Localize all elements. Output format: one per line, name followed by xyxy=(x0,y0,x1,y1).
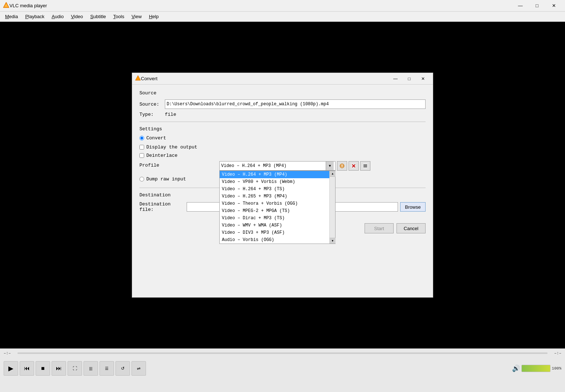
source-label: Source: xyxy=(139,102,165,107)
svg-rect-4 xyxy=(342,164,342,166)
profile-select-wrapper: Video – H.264 + MP3 (MP4) ▼ Video – H.26… xyxy=(219,161,336,171)
display-output-checkbox[interactable] xyxy=(139,145,144,150)
minimize-button[interactable]: — xyxy=(512,0,529,12)
seek-time-right: –:– xyxy=(550,351,561,355)
cancel-button[interactable]: Cancel xyxy=(397,223,426,233)
extended-settings-button[interactable]: ||| xyxy=(84,361,98,376)
svg-rect-12 xyxy=(363,167,367,167)
type-row: Type: file xyxy=(139,112,426,117)
svg-rect-11 xyxy=(363,166,367,166)
profile-label: Profile xyxy=(139,161,219,168)
volume-area: 🔊 100% xyxy=(512,364,561,372)
profile-select-display[interactable]: Video – H.264 + MP3 (MP4) ▼ xyxy=(219,161,336,171)
dialog-vlc-icon xyxy=(135,75,141,82)
dialog-window-controls: — □ ✕ xyxy=(389,74,430,83)
display-output-row: Display the output xyxy=(139,144,426,150)
titlebar-controls: — □ ✕ xyxy=(512,0,562,12)
dropdown-item-0[interactable]: Video – H.264 + MP3 (MP4) xyxy=(220,171,329,178)
dialog-title: Convert xyxy=(141,76,389,81)
type-label: Type: xyxy=(139,112,165,117)
svg-marker-2 xyxy=(135,75,141,80)
dialog-content: Source Source: Type: file Settings Conve… xyxy=(132,85,433,239)
settings-section: Settings Convert Display the output Dein… xyxy=(139,126,426,182)
dropdown-item-4[interactable]: Video – Theora + Vorbis (OGG) xyxy=(220,200,329,207)
dump-raw-label: Dump raw input xyxy=(146,176,186,182)
dropdown-item-7[interactable]: Video – WMV + WMA (ASF) xyxy=(220,222,329,229)
source-row: Source: xyxy=(139,99,426,109)
fullscreen-button[interactable]: ⛶ xyxy=(68,361,82,376)
play-button[interactable]: ▶ xyxy=(4,361,18,376)
dialog-close-button[interactable]: ✕ xyxy=(416,74,430,83)
volume-label: 100% xyxy=(552,366,561,371)
seek-time-left: –:– xyxy=(4,351,15,355)
dest-file-label: Destination file: xyxy=(139,201,187,212)
dialog-titlebar: Convert — □ ✕ xyxy=(132,73,433,85)
stop-button[interactable]: ■ xyxy=(36,361,50,376)
settings-section-label: Settings xyxy=(139,126,426,132)
volume-bar[interactable] xyxy=(521,365,550,372)
dropdown-arrow-icon[interactable]: ▼ xyxy=(326,162,334,170)
dialog-maximize-button[interactable]: □ xyxy=(402,74,416,83)
scrollbar-down-button[interactable]: ▼ xyxy=(330,238,336,244)
profile-dropdown-list: Video – H.264 + MP3 (MP4) Video – VP80 +… xyxy=(219,171,336,244)
menu-video[interactable]: Video xyxy=(67,12,86,21)
volume-bar-fill xyxy=(522,365,550,372)
main-area: Convert — □ ✕ Source Source: Type: file xyxy=(0,22,565,348)
loop-button[interactable]: ↺ xyxy=(115,361,130,376)
profile-delete-button[interactable] xyxy=(349,161,359,171)
transport-bar: –:– –:– ▶ ⏮ ■ ⏭ ⛶ ||| ☰ ↺ ⇌ 🔊 100% xyxy=(0,348,565,392)
type-value: file xyxy=(165,112,176,117)
menu-view[interactable]: View xyxy=(128,12,145,21)
volume-icon: 🔊 xyxy=(512,364,520,372)
profile-row: Profile Video – H.264 + MP3 (MP4) ▼ Vide… xyxy=(139,161,426,171)
profile-list-button[interactable] xyxy=(360,161,370,171)
menubar: Media Playback Audio Video Subtitle Tool… xyxy=(0,12,565,22)
dropdown-item-2[interactable]: Video – H.264 + MP3 (TS) xyxy=(220,185,329,193)
dropdown-item-1[interactable]: Video – VP80 + Vorbis (Webm) xyxy=(220,178,329,185)
dropdown-item-8[interactable]: Video – DIV3 + MP3 (ASF) xyxy=(220,229,329,236)
convert-radio-row: Convert xyxy=(139,135,426,141)
deinterlace-label: Deinterlace xyxy=(146,153,178,158)
seek-bar-row: –:– –:– xyxy=(0,349,565,358)
dump-raw-radio[interactable] xyxy=(139,177,144,181)
random-button[interactable]: ⇌ xyxy=(131,361,146,376)
scrollbar-up-button[interactable]: ▲ xyxy=(330,171,336,177)
convert-radio-label: Convert xyxy=(146,135,166,141)
dropdown-item-5[interactable]: Video – MPEG-2 + MPGA (TS) xyxy=(220,207,329,215)
start-button[interactable]: Start xyxy=(365,223,394,233)
controls-row: ▶ ⏮ ■ ⏭ ⛶ ||| ☰ ↺ ⇌ 🔊 100% xyxy=(0,358,565,379)
dialog-minimize-button[interactable]: — xyxy=(389,74,402,83)
titlebar: VLC media player — □ ✕ xyxy=(0,0,565,12)
convert-dialog: Convert — □ ✕ Source Source: Type: file xyxy=(132,73,433,298)
maximize-button[interactable]: □ xyxy=(529,0,545,12)
svg-rect-10 xyxy=(363,164,367,165)
dropdown-item-6[interactable]: Video – Dirac + MP3 (TS) xyxy=(220,215,329,222)
source-input[interactable] xyxy=(165,99,426,109)
source-section-label: Source xyxy=(139,90,426,96)
menu-media[interactable]: Media xyxy=(1,12,21,21)
close-button[interactable]: ✕ xyxy=(545,0,562,12)
previous-button[interactable]: ⏮ xyxy=(20,361,34,376)
convert-radio[interactable] xyxy=(139,136,144,140)
menu-playback[interactable]: Playback xyxy=(21,12,48,21)
vlc-logo-icon xyxy=(3,2,9,10)
dropdown-item-3[interactable]: Video – H.265 + MP3 (MP4) xyxy=(220,193,329,200)
scrollbar-track xyxy=(330,177,335,238)
profile-edit-button[interactable] xyxy=(337,161,347,171)
menu-help[interactable]: Help xyxy=(145,12,162,21)
next-button[interactable]: ⏭ xyxy=(52,361,66,376)
dropdown-scrollbar: ▲ ▼ xyxy=(329,171,335,244)
playlist-button[interactable]: ☰ xyxy=(99,361,114,376)
svg-rect-5 xyxy=(342,167,342,167)
app-title: VLC media player xyxy=(9,3,512,8)
deinterlace-checkbox[interactable] xyxy=(139,153,144,158)
menu-tools[interactable]: Tools xyxy=(110,12,128,21)
seek-bar[interactable] xyxy=(17,352,548,354)
deinterlace-row: Deinterlace xyxy=(139,153,426,158)
display-output-label: Display the output xyxy=(146,144,197,150)
menu-subtitle[interactable]: Subtitle xyxy=(86,12,109,21)
source-divider xyxy=(139,122,426,122)
dropdown-item-9[interactable]: Audio – Vorbis (OGG) xyxy=(220,236,329,244)
browse-button[interactable]: Browse xyxy=(400,202,426,212)
menu-audio[interactable]: Audio xyxy=(48,12,67,21)
